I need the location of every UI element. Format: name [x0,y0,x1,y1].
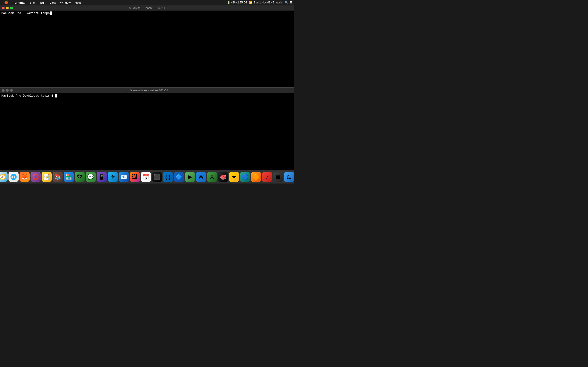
dock-item-finder-2[interactable]: 🗂 [284,172,294,182]
minimize-button-bottom[interactable] [6,89,9,92]
dock-item-orange-app[interactable]: 🟠 [251,172,261,182]
dock-item-blue-app[interactable]: 🔷 [174,172,184,182]
terminal-titlebar-top: 🗂 kavish — -bash — 106×14 [0,5,294,10]
terminal-content-bottom[interactable]: MacBook-Pro:Downloads kavish$ [0,93,294,170]
dock-item-excel[interactable]: X [207,172,217,182]
command-text-top: tempo [41,11,50,15]
dock: 🔍🚀🧭🌐🦊⭕📝📚🏪🗺💬📱✈📧🖼📅⬛{ }🔷▶WX🐙★🔵🟠♪◼🗂🔹🗑 [0,170,294,184]
terminal-titlebar-bottom: 🗂 Downloads — -bash — 106×12 [0,88,294,93]
wifi-status: 📶 [249,1,252,4]
dock-item-viber[interactable]: 📱 [97,172,107,182]
dock-item-green-app[interactable]: ▶ [185,172,195,182]
cursor-bottom [55,94,57,98]
dock-item-books[interactable]: 📚 [52,172,63,182]
dock-item-purple-app[interactable]: ⭕ [31,172,41,182]
menubar-left: 🍎 Terminal Shell Edit View Window Help [2,0,83,5]
menu-shell[interactable]: Shell [27,0,38,5]
dock-item-calendar[interactable]: 📅 [141,172,151,182]
dock-item-messages[interactable]: 💬 [86,172,96,182]
menubar-right: 🔋 48% 2.95 GB 📶 Sun 1 Nov 09:49 kavish 🔍… [227,1,292,4]
titlebar-title-top: 🗂 kavish — -bash — 106×14 [129,6,165,10]
dock-item-word[interactable]: W [196,172,206,182]
search-icon[interactable]: 🔍 [285,1,288,4]
dock-item-app-store[interactable]: 🏪 [64,172,74,182]
menu-edit[interactable]: Edit [38,0,47,5]
dock-item-dark-app[interactable]: ◼ [273,172,283,182]
apple-menu[interactable]: 🍎 [2,0,11,5]
dock-item-terminal[interactable]: ⬛ [152,172,162,182]
dock-item-music[interactable]: ♪ [262,172,272,182]
dock-item-github[interactable]: 🐙 [218,172,228,182]
prompt-text-top: MacBook-Pro:~ kavish$ [1,11,39,15]
close-button-bottom[interactable] [2,89,5,92]
datetime: Sun 1 Nov 09:49 [254,1,274,4]
minimize-button-top[interactable] [6,7,9,9]
terminal-window-top: 🗂 kavish — -bash — 106×14 MacBook-Pro:~ … [0,5,294,87]
prompt-line-bottom: MacBook-Pro:Downloads kavish$ [1,94,293,98]
dock-item-notes[interactable]: 📝 [42,172,52,182]
maximize-button-bottom[interactable] [10,89,13,92]
close-button-top[interactable] [2,7,5,9]
username: kavish [276,1,284,4]
menu-window[interactable]: Window [58,0,73,5]
terminal-window-bottom: 🗂 Downloads — -bash — 106×12 MacBook-Pro… [0,88,294,170]
prompt-text-bottom: MacBook-Pro:Downloads kavish$ [1,94,53,98]
cursor-top [50,11,52,15]
dock-item-yellow-app[interactable]: ★ [229,172,239,182]
maximize-button-top[interactable] [10,7,13,9]
terminal-container: 🗂 kavish — -bash — 106×14 MacBook-Pro:~ … [0,5,294,170]
menu-help[interactable]: Help [73,0,83,5]
dock-item-firefox[interactable]: 🦊 [19,172,30,182]
window-controls-top [2,7,13,9]
titlebar-title-bottom: 🗂 Downloads — -bash — 106×12 [126,89,168,92]
dock-item-chrome[interactable]: 🌐 [9,172,19,182]
battery-status: 🔋 48% 2.95 GB [227,1,247,4]
dock-item-teal-app[interactable]: 🔵 [240,172,250,182]
dock-item-photos[interactable]: 🖼 [130,172,140,182]
menu-view[interactable]: View [48,0,58,5]
menu-terminal[interactable]: Terminal [11,0,27,5]
menubar: 🍎 Terminal Shell Edit View Window Help 🔋… [0,0,294,5]
dock-item-safari[interactable]: 🧭 [0,172,8,182]
dock-item-mail[interactable]: 📧 [119,172,129,182]
menubar-list-icon[interactable]: ☰ [290,1,292,4]
dock-item-vscode[interactable]: { } [163,172,173,182]
prompt-line-top: MacBook-Pro:~ kavish$ tempo [1,11,293,15]
window-controls-bottom [2,89,13,92]
dock-item-telegram[interactable]: ✈ [108,172,118,182]
terminal-content-top[interactable]: MacBook-Pro:~ kavish$ tempo [0,10,294,87]
dock-item-maps[interactable]: 🗺 [75,172,85,182]
